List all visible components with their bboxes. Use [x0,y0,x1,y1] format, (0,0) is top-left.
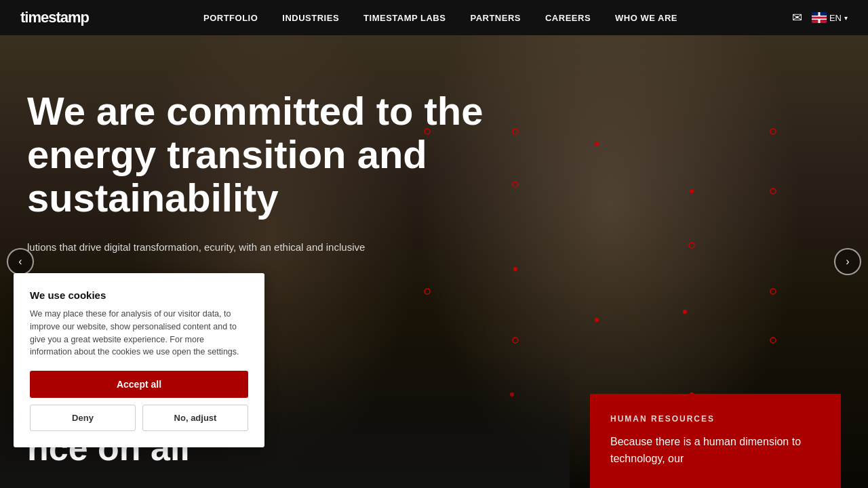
adjust-button[interactable]: No, adjust [142,405,248,431]
prev-arrow-icon: ‹ [18,256,22,268]
cookie-banner: We use cookies We may place these for an… [14,273,264,447]
hr-card: HUMAN RESOURCES Because there is a human… [590,394,841,488]
nav-partners[interactable]: PARTNERS [470,13,521,23]
cookie-title: We use cookies [30,289,248,301]
nav-portfolio[interactable]: PORTFOLIO [203,13,258,23]
nav-right: ✉ EN ▾ [792,10,848,25]
flag-icon [812,12,827,23]
deny-button[interactable]: Deny [30,405,136,431]
cookie-secondary-buttons: Deny No, adjust [30,405,248,431]
mail-icon[interactable]: ✉ [792,10,802,25]
navbar: timestamp PORTFOLIO INDUSTRIES TIMESTAMP… [0,0,868,35]
nav-industries[interactable]: INDUSTRIES [282,13,339,23]
accept-all-button[interactable]: Accept all [30,371,248,398]
logo-text: timestamp [20,9,89,26]
lang-label: EN [829,13,842,23]
nav-who-we-are[interactable]: WHO WE ARE [615,13,677,23]
carousel-next-button[interactable]: › [834,248,861,275]
hr-card-text: Because there is a human dimension to te… [610,433,821,468]
hero-title: We are committed to the energy transitio… [27,89,597,219]
cookie-body: We may place these for analysis of our v… [30,308,248,359]
nav-careers[interactable]: CAREERS [545,13,591,23]
chevron-down-icon: ▾ [844,14,848,22]
hero-subtitle: lutions that drive digital transformatio… [27,239,461,256]
site-logo[interactable]: timestamp [20,9,89,26]
next-arrow-icon: › [846,256,849,268]
hr-card-label: HUMAN RESOURCES [610,414,821,424]
nav-links: PORTFOLIO INDUSTRIES TIMESTAMP LABS PART… [203,13,677,23]
carousel-prev-button[interactable]: ‹ [7,248,34,275]
hero-content: We are committed to the energy transitio… [27,89,597,256]
hero-subtitle-text: lutions that drive digital transformatio… [27,241,365,253]
language-selector[interactable]: EN ▾ [812,12,848,23]
nav-timestamp-labs[interactable]: TIMESTAMP LABS [363,13,446,23]
